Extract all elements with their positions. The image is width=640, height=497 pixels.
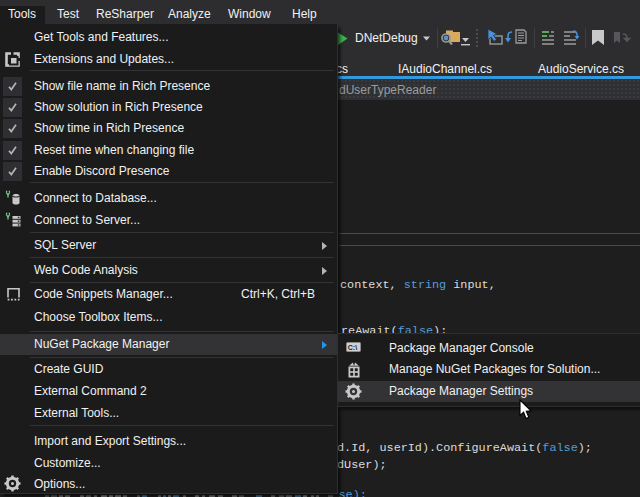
svg-text:C:\: C:\ <box>348 343 357 350</box>
